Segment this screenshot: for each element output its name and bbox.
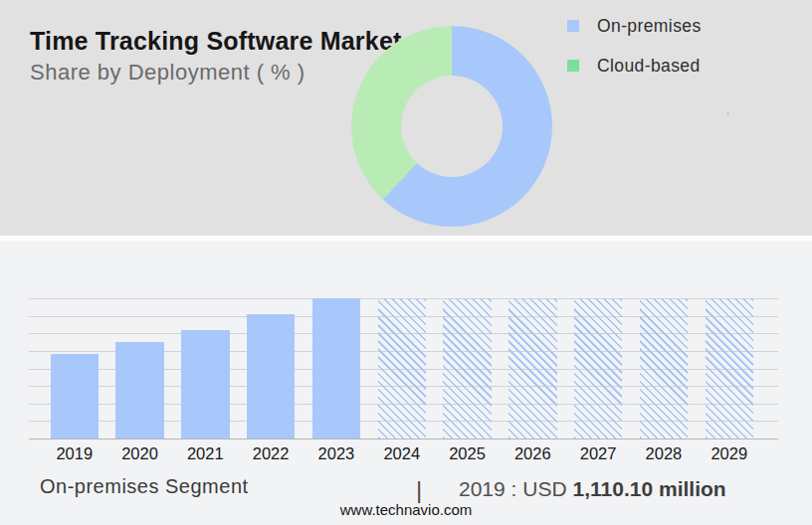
chart-legend: On-premises Cloud-based — [567, 15, 702, 94]
value-amount: 1,110.10 million — [573, 477, 726, 500]
legend-item-on-premises: On-premises — [567, 15, 702, 37]
section-separator — [0, 236, 812, 241]
value-annotation: 2019 : USD1,110.10 million — [459, 477, 726, 501]
legend-swatch-green-icon — [567, 60, 579, 72]
bar-2022 — [247, 314, 296, 439]
bar-2027-forecast — [574, 298, 623, 438]
x-axis-label-2021: 2021 — [172, 444, 238, 463]
header-section: Time Tracking Software Market Share by D… — [0, 0, 812, 236]
x-axis-label-2028: 2028 — [631, 444, 697, 463]
x-axis-label-2019: 2019 — [42, 444, 107, 463]
x-axis-label-2022: 2022 — [238, 444, 304, 463]
bar-2028-forecast — [640, 298, 689, 438]
x-axis-label-2025: 2025 — [435, 444, 501, 463]
bar-2023 — [312, 298, 361, 438]
website-url: www.technavio.com — [0, 501, 812, 518]
bar-2024-forecast — [378, 298, 427, 438]
x-axis-label-2023: 2023 — [304, 444, 369, 463]
value-prefix: 2019 : USD — [459, 477, 567, 500]
page-title: Time Tracking Software Market — [30, 27, 402, 56]
x-axis-label-2020: 2020 — [107, 444, 173, 463]
x-axis-label-2029: 2029 — [697, 444, 762, 463]
bar-2025-forecast — [443, 298, 492, 438]
bar-2020 — [115, 342, 164, 438]
legend-swatch-blue-icon — [567, 20, 579, 32]
x-axis-line — [29, 438, 778, 440]
infographic-page: Time Tracking Software Market Share by D… — [0, 0, 812, 525]
legend-label: On-premises — [597, 16, 702, 37]
donut-hole — [401, 76, 503, 177]
bar-2029-forecast — [706, 298, 754, 438]
bar-2026-forecast — [508, 298, 557, 438]
footer-divider: | — [416, 476, 422, 504]
legend-label: Cloud-based — [597, 56, 701, 77]
donut-chart — [351, 26, 552, 227]
x-axis-label-2027: 2027 — [565, 444, 631, 463]
bar-plot: 2019202020212022202320242025202620272028… — [29, 298, 778, 438]
bar-2019 — [51, 354, 100, 438]
x-axis-label-2024: 2024 — [369, 444, 435, 463]
speck-artifact — [726, 112, 729, 115]
legend-item-cloud-based: Cloud-based — [567, 55, 702, 77]
bar-2021 — [181, 330, 230, 438]
x-axis-label-2026: 2026 — [500, 444, 565, 463]
page-subtitle: Share by Deployment ( % ) — [30, 60, 305, 86]
segment-title: On-premises Segment — [40, 475, 249, 498]
